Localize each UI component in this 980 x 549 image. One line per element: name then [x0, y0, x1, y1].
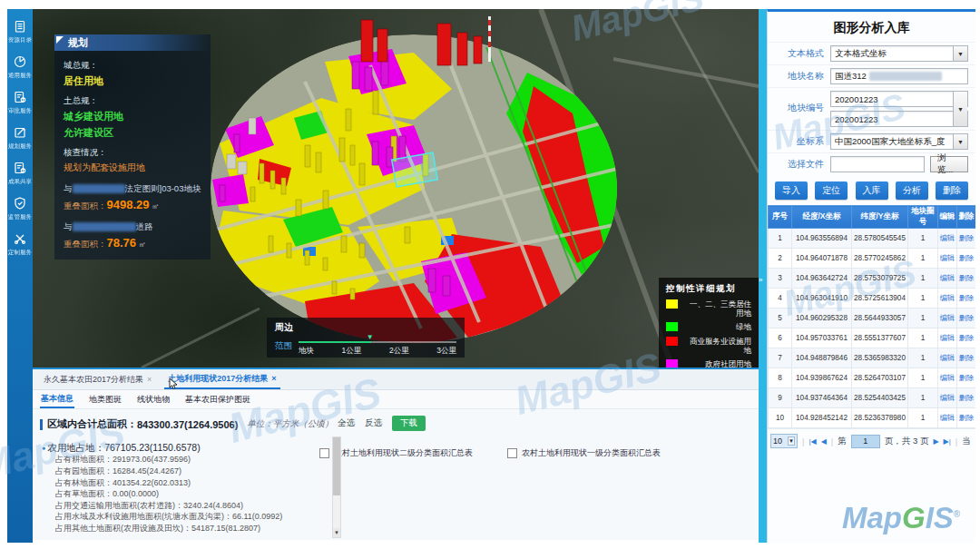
checkbox-label: 农村土地利用现状一级分类面积汇总表 [522, 447, 661, 459]
stats-scrollbar[interactable]: ▼ [332, 436, 341, 538]
delete-link[interactable]: 删除 [957, 249, 976, 269]
delete-link[interactable]: 删除 [957, 289, 976, 309]
sidebar-item-supervision-services[interactable]: 监管服务 [7, 196, 33, 221]
close-icon[interactable]: × [147, 375, 152, 384]
last-page-button[interactable]: ▶| [944, 437, 951, 446]
action-button[interactable]: 定位 [815, 181, 848, 200]
checkbox-icon[interactable] [507, 448, 517, 458]
slider-tick-label[interactable]: 3公里 [436, 346, 456, 357]
range-slider[interactable]: ▼ 地块1公里2公里3公里 [299, 337, 456, 357]
map-3d-view[interactable]: 规划 城总规：居住用地土总规：城乡建设用地允许建设区核查情况：规划为配套设施用地… [33, 9, 759, 368]
planning-line: 居住用地 [64, 74, 201, 88]
edit-link[interactable]: 编辑 [938, 289, 957, 309]
delete-link[interactable]: 删除 [957, 328, 976, 348]
delete-link[interactable]: 删除 [957, 309, 976, 328]
edit-link[interactable]: 编辑 [938, 269, 957, 289]
slider-tick-label[interactable]: 1公里 [342, 346, 362, 357]
action-button[interactable]: 删除 [936, 181, 968, 200]
subtab-basic-info[interactable]: 基本信息 [40, 391, 74, 408]
row-number: 3 [769, 269, 792, 289]
slider-handle[interactable]: ▼ [367, 333, 374, 341]
delete-link[interactable]: 删除 [957, 348, 976, 368]
chevron-down-icon[interactable]: ▼ [953, 134, 967, 149]
edit-link[interactable]: 编辑 [938, 408, 957, 428]
overlap-area-value: 78.76 [107, 236, 137, 250]
page-number-input[interactable]: 1 [851, 435, 880, 448]
action-button[interactable]: 分析 [896, 181, 928, 200]
plot-name-input[interactable]: 国道312 [830, 68, 968, 84]
edit-square-icon [13, 125, 27, 140]
shield-check-icon [13, 196, 27, 211]
action-button[interactable]: 入库 [856, 181, 888, 200]
close-icon[interactable]: × [271, 374, 276, 383]
statistic-line: 占用水域及水利设施用地面积(坑塘水面及沟渠)：66.11(0.0992) [55, 512, 328, 522]
row-number: 9 [769, 388, 792, 408]
row-number: 5 [769, 309, 792, 328]
row-number: 7 [769, 348, 792, 368]
delete-link[interactable]: 删除 [957, 368, 976, 388]
edit-link[interactable]: 编辑 [938, 388, 957, 408]
browse-button[interactable]: 浏览... [930, 156, 968, 172]
row-number: 8 [769, 368, 792, 388]
scrollbar-down-arrow[interactable]: ▼ [333, 528, 340, 537]
tab-permanent-farmland-2017[interactable]: 永久基本农田2017分析结果× [40, 369, 155, 389]
redacted-text [73, 222, 136, 231]
download-button[interactable]: 下载 [392, 416, 426, 431]
edit-link[interactable]: 编辑 [938, 249, 957, 269]
plot-circle-number: 1 [908, 348, 938, 368]
subtab-farmland-protection-patches[interactable]: 基本农田保护图斑 [184, 392, 251, 407]
edit-link[interactable]: 编辑 [938, 229, 957, 249]
subtab-landtype-patches[interactable]: 地类图斑 [88, 392, 122, 407]
delete-link[interactable]: 删除 [957, 388, 976, 408]
select-all-link[interactable]: 全选 [338, 417, 355, 429]
text-format-select[interactable]: 文本格式坐标 ▼ [830, 45, 968, 62]
left-nav-sidebar: 资源目录 通用服务 审批服务 规划服务 成果共享 监管服务 定制服务 [7, 9, 33, 543]
tab-landuse-2017[interactable]: 土地利用现状2017分析结果× [164, 369, 279, 389]
slider-tick-label[interactable]: 2公里 [389, 346, 409, 357]
plot-circle-number: 1 [908, 328, 938, 348]
form-row-plot-name: 地块名称 国道312 [768, 64, 975, 87]
next-page-button[interactable]: ▶ [933, 437, 938, 446]
subtab-linear-features[interactable]: 线状地物 [136, 392, 171, 407]
report-checkbox-item[interactable]: 农村土地利用现状一级分类面积汇总表 [507, 447, 661, 459]
edit-link[interactable]: 编辑 [938, 309, 957, 328]
area-statistics-list[interactable]: 农用地占地：767105.23(1150.6578)占有耕地面积：291973.… [42, 436, 328, 538]
plot-number-input[interactable]: 202001223 [830, 91, 968, 107]
legend-color-swatch [666, 322, 678, 331]
first-page-button[interactable]: |◀ [808, 437, 816, 446]
planning-panel-header[interactable]: 规划 [54, 34, 211, 51]
sidebar-item-planning-services[interactable]: 规划服务 [7, 125, 33, 151]
prev-page-button[interactable]: ◀ [821, 437, 827, 446]
slider-tick-label[interactable]: 地块 [299, 346, 314, 357]
edit-link[interactable]: 编辑 [938, 348, 957, 368]
sub-tab-bar: 基本信息 地类图斑 线状地物 基本农田保护图斑 [33, 390, 759, 409]
delete-link[interactable]: 删除 [957, 229, 976, 249]
edit-link[interactable]: 编辑 [938, 368, 957, 388]
sidebar-item-custom-services[interactable]: 定制服务 [7, 231, 33, 257]
chevron-down-icon[interactable]: ▼ [953, 92, 967, 126]
stats-header: 区域内合计总面积： 843300.37(1264.9506) 单位：平方米（公顷… [40, 417, 348, 431]
invert-select-link[interactable]: 反选 [365, 417, 382, 429]
report-checkbox-item[interactable]: 农村土地利用现状二级分类面积汇总表 [319, 447, 473, 459]
sidebar-item-results-sharing[interactable]: 成果共享 [7, 161, 33, 186]
delete-link[interactable]: 删除 [957, 269, 976, 289]
edit-link[interactable]: 编辑 [938, 328, 957, 348]
sidebar-item-general-services[interactable]: 通用服务 [7, 54, 33, 80]
coordinate-system-select[interactable]: 中国2000国家大地坐标系_度 ▼ [830, 133, 968, 150]
delete-link[interactable]: 删除 [957, 408, 976, 428]
scrollbar-thumb[interactable] [333, 437, 340, 495]
row-number: 10 [769, 408, 792, 428]
legend-item: 绿地 [666, 322, 751, 331]
analysis-results-panel: 永久基本农田2017分析结果× 土地利用现状2017分析结果× 基本信息 地类图… [33, 368, 759, 540]
sidebar-item-approval-services[interactable]: 审批服务 [7, 90, 33, 115]
sidebar-item-resource-catalog[interactable]: 资源目录 [7, 19, 33, 44]
chevron-down-icon[interactable]: ▼ [788, 436, 795, 446]
file-path-input[interactable] [830, 156, 925, 172]
action-button[interactable]: 导入 [775, 181, 808, 200]
page-size-select[interactable]: 10▼ [770, 434, 798, 448]
plot-circle-number: 1 [908, 289, 938, 309]
panel-collapse-strip[interactable]: » [759, 9, 767, 543]
plot-number-select[interactable]: 202001223 ▼ [830, 111, 968, 127]
expand-arrow-icon[interactable]: » [759, 277, 762, 284]
chevron-down-icon[interactable]: ▼ [953, 46, 967, 61]
